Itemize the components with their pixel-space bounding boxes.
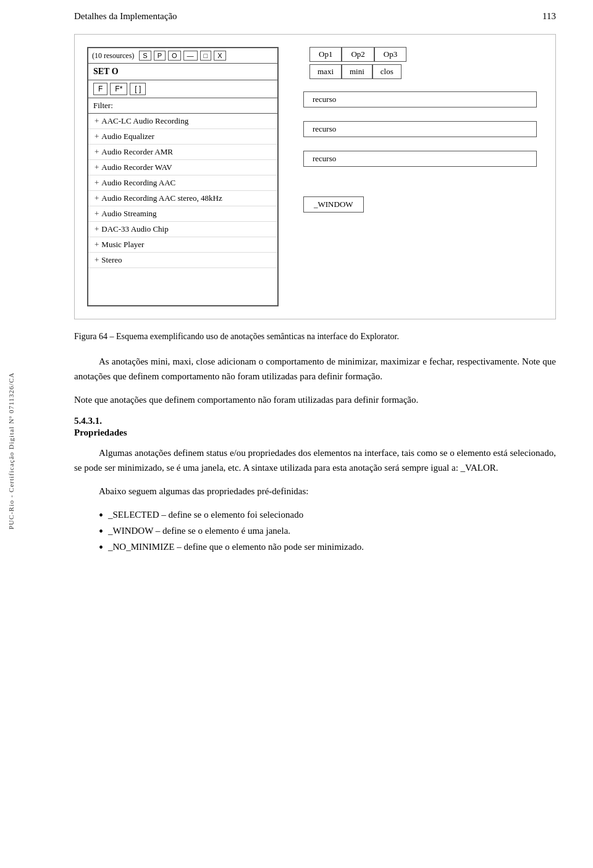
item-plus-icon: + <box>95 209 99 219</box>
paragraph-1: As anotações mini, maxi, close adicionam… <box>74 354 556 384</box>
maxi-cell: maxi <box>309 64 342 79</box>
item-plus-icon: + <box>95 132 99 141</box>
mini-cell: mini <box>342 64 372 79</box>
sidebar-watermark: PUC-Rio - Certificação Digital Nº 071132… <box>0 49 22 853</box>
item-plus-icon: + <box>95 147 99 157</box>
resources-list: recurso recurso recurso <box>303 91 537 172</box>
btn-o[interactable]: O <box>168 51 181 61</box>
item-plus-icon: + <box>95 240 99 250</box>
list-item-music-player[interactable]: + Music Player <box>88 237 277 253</box>
toolbar-btn-bracket[interactable]: [ ] <box>130 83 146 95</box>
op3-cell: Op3 <box>374 47 406 62</box>
diagram-container: (10 resources) S P O — □ X SET O F F* [ … <box>74 34 556 319</box>
btn-maximize[interactable]: □ <box>200 51 212 61</box>
bullet-text-1: _SELECTED – define se o elemento foi sel… <box>108 507 303 523</box>
bullet-text-3: _NO_MINIMIZE – define que o elemento não… <box>108 539 364 555</box>
bullet-icon: • <box>99 507 103 523</box>
item-plus-icon: + <box>95 178 99 188</box>
list-item[interactable]: + Audio Recorder WAV <box>88 160 277 175</box>
recurso-3: recurso <box>303 151 537 167</box>
list-item[interactable]: + Stereo <box>88 253 277 268</box>
paragraph-note: Note que anotações que definem comportam… <box>74 392 556 407</box>
paragraph-3: Abaixo seguem algumas das propriedades p… <box>74 484 556 499</box>
item-label: Audio Recording AAC <box>101 178 175 188</box>
item-label: Audio Recorder AMR <box>101 147 173 157</box>
page-number: 113 <box>542 11 556 22</box>
btn-close[interactable]: X <box>214 51 225 61</box>
minmax-row: maxi mini clos <box>309 64 537 79</box>
paragraph-2: Algumas anotações definem status e/ou pr… <box>74 445 556 475</box>
item-label: Audio Recorder WAV <box>101 162 172 172</box>
window-box: _WINDOW <box>303 196 364 213</box>
clos-cell: clos <box>372 64 402 79</box>
list-item-window: • _WINDOW – define se o elemento é uma j… <box>99 523 556 539</box>
bullet-icon: • <box>99 523 103 539</box>
op2-cell: Op2 <box>342 47 374 62</box>
item-label: Audio Equalizer <box>101 132 154 141</box>
list-item[interactable]: + Audio Recording AAC stereo, 48kHz <box>88 191 277 206</box>
item-label: AAC-LC Audio Recording <box>101 116 188 126</box>
btn-p[interactable]: P <box>154 51 166 61</box>
item-label: DAC-33 Audio Chip <box>101 224 168 234</box>
list-item-selected: • _SELECTED – define se o elemento foi s… <box>99 507 556 523</box>
item-label: Stereo <box>101 255 122 265</box>
recurso-1: recurso <box>303 91 537 107</box>
item-plus-icon: + <box>95 116 99 126</box>
item-label: Audio Recording AAC stereo, 48kHz <box>101 193 222 203</box>
annotations-panel: Op1 Op2 Op3 maxi mini clos recurso recur… <box>297 47 543 213</box>
op1-cell: Op1 <box>309 47 342 62</box>
list-item[interactable]: + AAC-LC Audio Recording <box>88 114 277 129</box>
section-number: 5.4.3.1. <box>74 416 556 426</box>
filter-label: Filter: <box>93 101 113 110</box>
ops-row: Op1 Op2 Op3 <box>309 47 537 62</box>
figure-caption: Figura 64 – Esquema exemplificando uso d… <box>74 332 556 342</box>
explorer-title-text: (10 resources) <box>92 51 134 61</box>
bullet-icon: • <box>99 539 103 555</box>
list-item[interactable]: + Audio Recording AAC <box>88 175 277 191</box>
explorer-set-label: SET O <box>88 64 277 80</box>
list-item-audio-streaming[interactable]: + Audio Streaming <box>88 206 277 222</box>
list-item[interactable]: + Audio Recorder AMR <box>88 145 277 160</box>
item-plus-icon: + <box>95 162 99 172</box>
list-item-no-minimize: • _NO_MINIMIZE – define que o elemento n… <box>99 539 556 555</box>
bullet-list: • _SELECTED – define se o elemento foi s… <box>99 507 556 555</box>
explorer-filter: Filter: <box>88 98 277 114</box>
toolbar-btn-f[interactable]: F <box>93 83 107 95</box>
explorer-titlebar: (10 resources) S P O — □ X <box>88 48 277 64</box>
toolbar-btn-fa[interactable]: F* <box>110 83 127 95</box>
list-item[interactable]: + Audio Equalizer <box>88 129 277 145</box>
item-plus-icon: + <box>95 224 99 234</box>
explorer-window: (10 resources) S P O — □ X SET O F F* [ … <box>87 47 279 306</box>
explorer-toolbar: F F* [ ] <box>88 80 277 98</box>
item-label: Audio Streaming <box>101 209 156 219</box>
item-plus-icon: + <box>95 193 99 203</box>
item-plus-icon: + <box>95 255 99 265</box>
page-header-title: Detalhes da Implementação <box>74 11 177 22</box>
bullet-text-2: _WINDOW – define se o elemento é uma jan… <box>108 523 290 539</box>
btn-minimize[interactable]: — <box>183 51 198 61</box>
list-item[interactable]: + DAC-33 Audio Chip <box>88 222 277 237</box>
btn-s[interactable]: S <box>139 51 151 61</box>
recurso-2: recurso <box>303 121 537 137</box>
section-title: Propriedades <box>74 428 556 438</box>
item-label: Music Player <box>101 240 144 250</box>
